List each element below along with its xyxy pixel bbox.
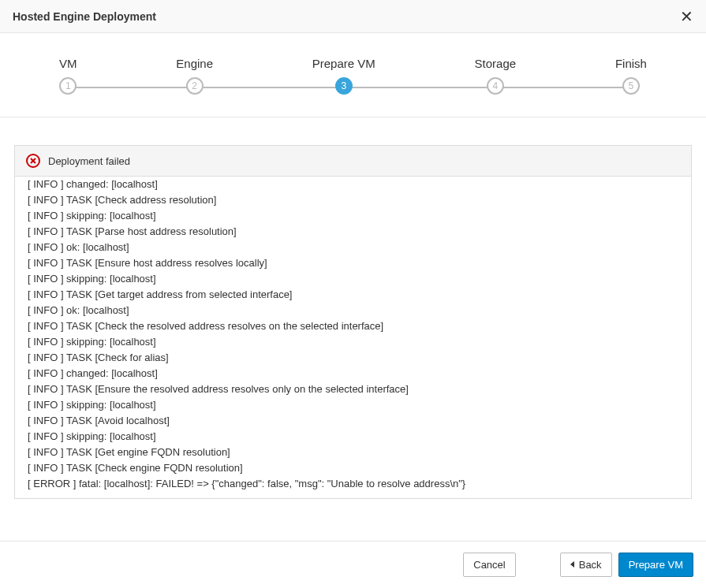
status-bar: Deployment failed — [14, 145, 692, 176]
step-number-circle: 4 — [487, 77, 504, 95]
log-output[interactable]: [ INFO ] changed: [localhost][ INFO ] TA… — [14, 176, 692, 499]
log-line: [ INFO ] skipping: [localhost] — [28, 334, 678, 350]
cancel-label: Cancel — [473, 557, 505, 573]
step-label: Finish — [615, 57, 647, 70]
log-line: [ INFO ] changed: [localhost] — [28, 366, 678, 381]
log-line: [ INFO ] skipping: [localhost] — [28, 271, 678, 287]
log-line: [ INFO ] changed: [localhost] — [28, 177, 678, 192]
step-label: VM — [59, 57, 77, 70]
log-line: [ INFO ] TASK [Ensure host address resol… — [28, 255, 678, 271]
primary-label: Prepare VM — [629, 557, 683, 573]
log-line: [ INFO ] TASK [Check engine FQDN resolut… — [28, 460, 678, 476]
log-line: [ INFO ] TASK [Check for alias] — [28, 350, 678, 366]
step-number-circle: 1 — [59, 77, 77, 95]
chevron-left-icon — [570, 561, 574, 568]
back-label: Back — [579, 557, 602, 573]
close-button[interactable]: ✕ — [680, 9, 693, 24]
wizard-step-finish[interactable]: Finish 5 — [615, 57, 647, 95]
log-line: [ INFO ] TASK [Get engine FQDN resolutio… — [28, 445, 678, 460]
log-line: [ INFO ] TASK [Parse host address resolu… — [28, 224, 678, 240]
prepare-vm-button[interactable]: Prepare VM — [618, 553, 693, 578]
status-text: Deployment failed — [48, 155, 130, 167]
wizard-step-engine[interactable]: Engine 2 — [176, 57, 213, 95]
step-number-circle: 3 — [335, 77, 353, 95]
step-number-circle: 2 — [186, 77, 204, 95]
modal-title: Hosted Engine Deployment — [13, 10, 156, 23]
log-line: [ INFO ] skipping: [localhost] — [28, 429, 678, 445]
log-line: [ INFO ] ok: [localhost] — [28, 240, 678, 255]
wizard-step-prepare-vm[interactable]: Prepare VM 3 — [312, 57, 375, 95]
log-line: [ ERROR ] fatal: [localhost]: FAILED! =>… — [28, 476, 678, 492]
log-line: [ INFO ] skipping: [localhost] — [28, 397, 678, 413]
wizard-step-storage[interactable]: Storage 4 — [475, 57, 517, 95]
close-icon: ✕ — [680, 8, 693, 25]
modal-header: Hosted Engine Deployment ✕ — [0, 0, 706, 33]
log-line: [ INFO ] TASK [Avoid localhost] — [28, 413, 678, 429]
log-line: [ INFO ] TASK [Check the resolved addres… — [28, 318, 678, 334]
error-circle-icon — [26, 154, 40, 168]
step-label: Prepare VM — [312, 57, 375, 70]
log-line: [ INFO ] skipping: [localhost] — [28, 208, 678, 224]
step-number-circle: 5 — [622, 77, 640, 95]
wizard-step-vm[interactable]: VM 1 — [59, 57, 77, 95]
log-line: [ INFO ] ok: [localhost] — [28, 303, 678, 318]
wizard-footer: Cancel Back Prepare VM — [0, 541, 706, 589]
log-line: [ INFO ] TASK [Ensure the resolved addre… — [28, 381, 678, 397]
step-label: Storage — [475, 57, 517, 70]
log-line: [ INFO ] TASK [Check address resolution] — [28, 192, 678, 208]
footer-spacer — [522, 553, 554, 578]
back-button[interactable]: Back — [560, 553, 612, 578]
log-line: [ INFO ] TASK [Get target address from s… — [28, 287, 678, 303]
wizard-progress: VM 1 Engine 2 Prepare VM 3 Storage 4 Fin… — [0, 33, 706, 117]
step-label: Engine — [176, 57, 213, 70]
cancel-button[interactable]: Cancel — [463, 553, 515, 578]
content-area: Deployment failed [ INFO ] changed: [loc… — [0, 117, 706, 499]
